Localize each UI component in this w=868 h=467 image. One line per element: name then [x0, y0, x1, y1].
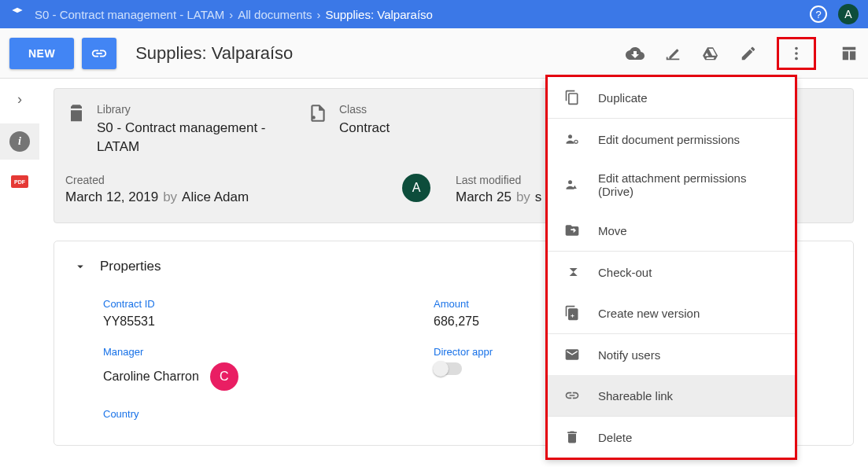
expand-rail-icon[interactable]: › — [17, 91, 22, 108]
manager-label: Manager — [103, 346, 402, 358]
menu-item-label: Notify users — [598, 348, 660, 362]
manager-value: Caroline Charron C — [103, 362, 402, 391]
manager-avatar[interactable]: C — [210, 362, 238, 391]
cloud-download-icon[interactable] — [626, 44, 645, 63]
edit-page-icon[interactable] — [663, 44, 682, 63]
svg-point-3 — [312, 116, 315, 119]
breadcrumb: S0 - Contract management - LATAM › All d… — [35, 8, 810, 21]
left-rail: › i PDF — [0, 79, 39, 467]
breadcrumb-item[interactable]: S0 - Contract management - LATAM — [35, 8, 224, 21]
mail-icon — [563, 346, 581, 363]
chevron-right-icon: › — [316, 8, 320, 21]
menu-item-label: Shareable link — [598, 389, 673, 403]
created-label: Created — [65, 174, 396, 186]
person-gear-icon — [563, 131, 581, 148]
checkout-icon — [563, 263, 581, 281]
copy-plus-icon — [563, 304, 581, 322]
menu-item-edit-attachment-permissions[interactable]: Edit attachment permissions (Drive) — [548, 160, 795, 210]
link-icon — [563, 387, 581, 404]
svg-point-2 — [795, 57, 798, 60]
svg-point-5 — [574, 140, 578, 143]
breadcrumb-item[interactable]: All documents — [238, 8, 312, 21]
menu-item-edit-doc-permissions[interactable]: Edit document permissions — [548, 119, 795, 160]
contract-id-label: Contract ID — [103, 298, 402, 310]
menu-item-duplicate[interactable]: Duplicate — [548, 77, 795, 118]
menu-item-checkout[interactable]: Check-out — [548, 252, 795, 292]
library-value: S0 - Contract management - LATAM — [97, 119, 301, 156]
duplicate-icon — [563, 89, 581, 106]
created-value: March 12, 2019 by Alice Adam — [65, 189, 396, 205]
pencil-icon[interactable] — [739, 44, 758, 63]
svg-point-6 — [568, 180, 572, 184]
menu-item-label: Move — [598, 224, 627, 237]
link-button[interactable] — [82, 38, 116, 69]
menu-item-label: Create new version — [598, 307, 700, 320]
chevron-right-icon: › — [229, 8, 233, 21]
library-label: Library — [97, 103, 301, 116]
amount-value: 686,275 — [434, 314, 560, 329]
menu-item-label: Edit document permissions — [598, 133, 740, 146]
trash-icon — [563, 428, 581, 446]
class-icon — [308, 103, 330, 156]
svg-point-0 — [795, 46, 798, 50]
director-approval-toggle[interactable] — [434, 362, 462, 375]
menu-item-label: Check-out — [598, 266, 652, 279]
rail-info-wrap[interactable]: i — [0, 123, 39, 160]
more-vert-icon[interactable] — [787, 44, 806, 63]
user-avatar[interactable]: A — [838, 4, 859, 24]
breadcrumb-item-current[interactable]: Supplies: Valparaíso — [325, 8, 432, 21]
menu-item-label: Edit attachment permissions (Drive) — [598, 171, 779, 198]
library-icon — [65, 103, 87, 156]
class-label: Class — [339, 103, 390, 116]
country-label: Country — [103, 408, 402, 420]
more-actions-menu: Duplicate Edit document permissions Edit… — [545, 77, 797, 460]
properties-title: Properties — [100, 259, 161, 274]
menu-item-notify-users[interactable]: Notify users — [548, 334, 795, 375]
menu-item-move[interactable]: Move — [548, 210, 795, 251]
creator-avatar[interactable]: A — [402, 174, 430, 202]
chevron-down-icon — [73, 259, 87, 274]
folder-move-icon — [563, 222, 581, 239]
drive-icon[interactable] — [701, 44, 720, 63]
document-title: Supplies: Valparaíso — [135, 43, 618, 64]
menu-item-label: Duplicate — [598, 91, 648, 105]
menu-item-label: Delete — [598, 431, 632, 444]
menu-item-shareable-link[interactable]: Shareable link — [548, 375, 795, 416]
help-icon[interactable]: ? — [810, 6, 827, 23]
pdf-icon[interactable]: PDF — [11, 175, 28, 188]
menu-item-delete[interactable]: Delete — [548, 417, 795, 458]
toolbar: NEW Supplies: Valparaíso — [0, 28, 868, 79]
app-logo-icon[interactable] — [9, 6, 25, 22]
class-value: Contract — [339, 119, 390, 138]
director-approval-label: Director appr — [434, 346, 560, 358]
new-button[interactable]: NEW — [9, 38, 74, 69]
svg-point-1 — [795, 52, 798, 55]
dashboard-icon[interactable] — [840, 44, 859, 63]
more-menu-highlight — [777, 37, 816, 70]
person-drive-icon — [563, 176, 581, 193]
contract-id-value: YY85531 — [103, 314, 402, 329]
svg-point-4 — [568, 134, 572, 138]
top-bar: S0 - Contract management - LATAM › All d… — [0, 0, 868, 28]
amount-label: Amount — [434, 298, 560, 310]
info-icon: i — [9, 131, 30, 152]
menu-item-create-version[interactable]: Create new version — [548, 292, 795, 333]
